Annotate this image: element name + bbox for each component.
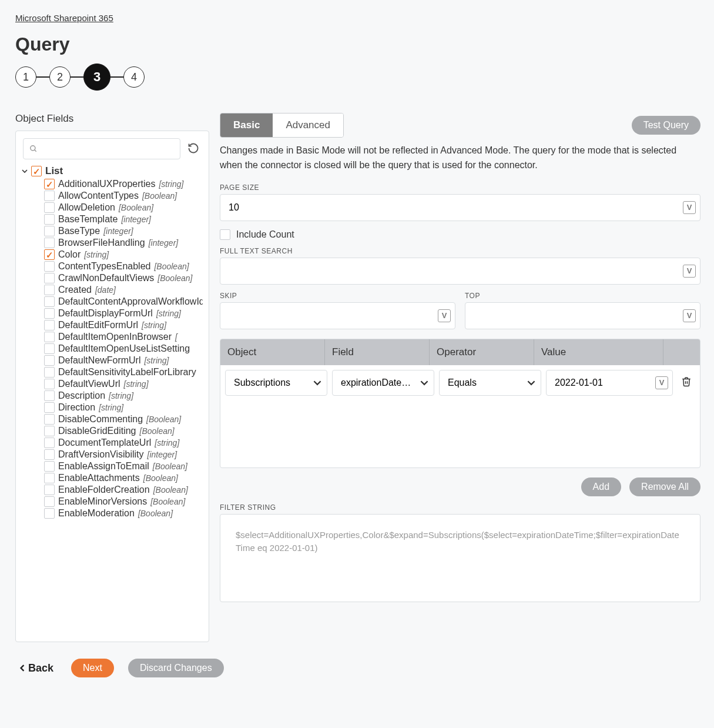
- field-checkbox[interactable]: [44, 379, 55, 389]
- remove-all-button[interactable]: Remove All: [629, 477, 700, 496]
- discard-button[interactable]: Discard Changes: [128, 659, 224, 677]
- field-row[interactable]: DefaultItemOpenInBrowser [: [44, 331, 203, 343]
- field-row[interactable]: DefaultItemOpenUseListSetting: [44, 343, 203, 355]
- object-fields-panel: List AdditionalUXProperties [string] All…: [15, 131, 209, 642]
- field-checkbox[interactable]: [44, 473, 55, 483]
- field-row[interactable]: DisableCommenting [Boolean]: [44, 413, 203, 425]
- field-name: DisableCommenting: [58, 414, 143, 425]
- field-checkbox[interactable]: [44, 249, 55, 260]
- variable-icon[interactable]: V: [683, 309, 696, 322]
- field-row[interactable]: Color [string]: [44, 249, 203, 261]
- field-search-input[interactable]: [23, 138, 180, 159]
- field-row[interactable]: BaseTemplate [integer]: [44, 213, 203, 225]
- breadcrumb-link[interactable]: Microsoft Sharepoint 365: [15, 13, 113, 23]
- skip-input[interactable]: [220, 302, 455, 329]
- field-checkbox[interactable]: [44, 179, 55, 189]
- field-row[interactable]: DefaultViewUrl [string]: [44, 378, 203, 390]
- root-label: List: [45, 165, 63, 177]
- test-query-button[interactable]: Test Query: [632, 116, 700, 135]
- field-checkbox[interactable]: [44, 508, 55, 519]
- field-row[interactable]: DefaultEditFormUrl [string]: [44, 319, 203, 331]
- tree-root[interactable]: List: [22, 164, 203, 178]
- field-checkbox[interactable]: [44, 426, 55, 436]
- step-1[interactable]: 1: [15, 66, 36, 88]
- top-input[interactable]: [465, 302, 700, 329]
- field-checkbox[interactable]: [44, 226, 55, 236]
- field-checkbox[interactable]: [44, 461, 55, 472]
- variable-icon[interactable]: V: [683, 201, 696, 214]
- page-size-input[interactable]: [220, 194, 700, 221]
- field-checkbox[interactable]: [44, 438, 55, 448]
- field-checkbox[interactable]: [44, 332, 55, 342]
- field-row[interactable]: DisableGridEditing [Boolean]: [44, 425, 203, 437]
- field-row[interactable]: AllowContentTypes [Boolean]: [44, 190, 203, 202]
- field-row[interactable]: CrawlNonDefaultViews [Boolean]: [44, 272, 203, 284]
- value-input[interactable]: [546, 370, 673, 396]
- field-select[interactable]: [332, 370, 434, 396]
- field-row[interactable]: EnableModeration [Boolean]: [44, 507, 203, 519]
- field-checkbox[interactable]: [44, 449, 55, 460]
- field-row[interactable]: EnableMinorVersions [Boolean]: [44, 496, 203, 507]
- field-row[interactable]: BrowserFileHandling [integer]: [44, 237, 203, 249]
- field-row[interactable]: DefaultDisplayFormUrl [string]: [44, 308, 203, 319]
- field-row[interactable]: EnableFolderCreation [Boolean]: [44, 484, 203, 496]
- object-select[interactable]: [225, 370, 327, 396]
- field-type: [integer]: [149, 238, 179, 248]
- field-name: EnableMinorVersions: [58, 496, 147, 507]
- field-checkbox[interactable]: [44, 496, 55, 507]
- field-row[interactable]: BaseType [integer]: [44, 225, 203, 237]
- step-3[interactable]: 3: [83, 64, 110, 91]
- step-2[interactable]: 2: [49, 66, 71, 88]
- next-button[interactable]: Next: [71, 659, 114, 677]
- delete-row-button[interactable]: [678, 373, 695, 392]
- full-text-label: FULL TEXT SEARCH: [220, 247, 700, 255]
- field-checkbox[interactable]: [44, 414, 55, 425]
- operator-select[interactable]: [439, 370, 541, 396]
- field-checkbox[interactable]: [44, 390, 55, 401]
- field-row[interactable]: DraftVersionVisibility [integer]: [44, 449, 203, 460]
- field-checkbox[interactable]: [44, 367, 55, 378]
- field-row[interactable]: Created [date]: [44, 284, 203, 296]
- field-checkbox[interactable]: [44, 308, 55, 319]
- field-row[interactable]: ContentTypesEnabled [Boolean]: [44, 261, 203, 272]
- field-row[interactable]: EnableAssignToEmail [Boolean]: [44, 460, 203, 472]
- field-row[interactable]: Description [string]: [44, 390, 203, 402]
- field-checkbox[interactable]: [44, 355, 55, 366]
- field-row[interactable]: EnableAttachments [Boolean]: [44, 472, 203, 484]
- add-button[interactable]: Add: [581, 477, 621, 496]
- field-row[interactable]: DefaultSensitivityLabelForLibrary: [44, 366, 203, 378]
- field-checkbox[interactable]: [44, 285, 55, 295]
- full-text-input[interactable]: [220, 258, 700, 285]
- field-checkbox[interactable]: [44, 320, 55, 330]
- field-checkbox[interactable]: [44, 214, 55, 225]
- refresh-button[interactable]: [185, 140, 202, 158]
- field-type: [Boolean]: [119, 203, 153, 212]
- svg-line-1: [35, 150, 36, 152]
- field-row[interactable]: Direction [string]: [44, 402, 203, 413]
- field-row[interactable]: DefaultNewFormUrl [string]: [44, 355, 203, 366]
- field-checkbox[interactable]: [44, 343, 55, 354]
- filter-string-label: FILTER STRING: [220, 503, 700, 512]
- field-checkbox[interactable]: [44, 191, 55, 201]
- variable-icon[interactable]: V: [683, 265, 696, 278]
- tab-basic[interactable]: Basic: [220, 113, 273, 137]
- back-button[interactable]: Back: [15, 662, 57, 675]
- field-checkbox[interactable]: [44, 273, 55, 283]
- root-checkbox[interactable]: [31, 166, 42, 176]
- field-checkbox[interactable]: [44, 261, 55, 272]
- tab-advanced[interactable]: Advanced: [273, 113, 343, 137]
- include-count-checkbox[interactable]: [220, 229, 230, 240]
- field-row[interactable]: AllowDeletion [Boolean]: [44, 202, 203, 213]
- field-row[interactable]: AdditionalUXProperties [string]: [44, 178, 203, 190]
- step-4[interactable]: 4: [123, 66, 145, 88]
- field-checkbox[interactable]: [44, 485, 55, 495]
- field-type: [Boolean]: [143, 473, 178, 483]
- field-row[interactable]: DocumentTemplateUrl [string]: [44, 437, 203, 449]
- variable-icon[interactable]: V: [655, 376, 668, 389]
- field-checkbox[interactable]: [44, 402, 55, 413]
- field-checkbox[interactable]: [44, 238, 55, 248]
- field-checkbox[interactable]: [44, 296, 55, 307]
- field-checkbox[interactable]: [44, 202, 55, 213]
- field-row[interactable]: DefaultContentApprovalWorkflowId: [44, 296, 203, 308]
- variable-icon[interactable]: V: [438, 309, 451, 322]
